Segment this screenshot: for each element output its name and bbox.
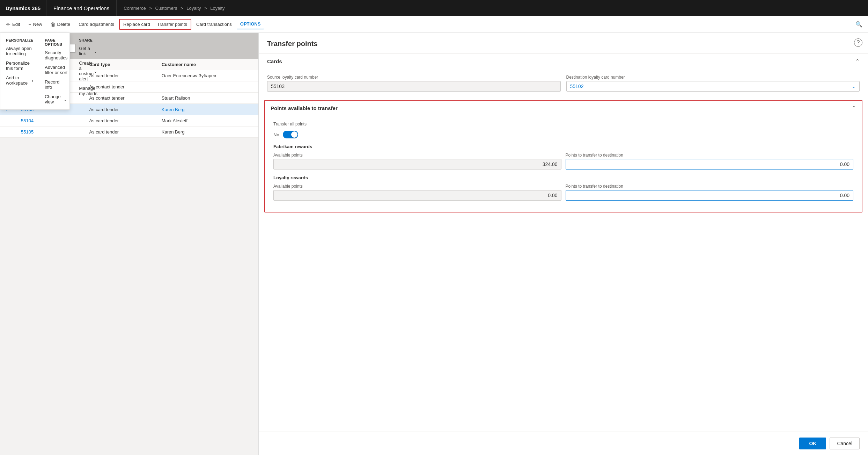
- cards-chevron-icon: ⌃: [855, 58, 860, 65]
- breadcrumb-loyalty2[interactable]: Loyalty: [210, 6, 225, 11]
- customer-name: Mark Alexieff: [156, 115, 258, 127]
- delete-icon: 🗑: [51, 22, 56, 27]
- get-a-link[interactable]: Get a link ⌄: [73, 44, 103, 58]
- points-section-header[interactable]: Points available to transfer ⌃: [265, 101, 862, 116]
- always-open-editing[interactable]: Always open for editing: [0, 44, 39, 58]
- points-chevron-icon: ⌃: [852, 105, 856, 111]
- cards-section-header[interactable]: Cards ⌃: [259, 54, 868, 69]
- record-info[interactable]: Record info: [39, 77, 73, 92]
- personalize-form[interactable]: Personalize this form: [0, 58, 39, 73]
- row-check[interactable]: [0, 127, 15, 138]
- source-card-label: Source loyalty card number: [267, 75, 561, 80]
- nav-brand: Dynamics 365 Finance and Operations: [0, 0, 117, 16]
- fabrikam-destination-label: Points to transfer to destination: [566, 153, 854, 158]
- breadcrumb-commerce[interactable]: Commerce: [124, 6, 146, 11]
- card-adjustments-button[interactable]: Card adjustments: [75, 20, 118, 29]
- row-check[interactable]: [0, 115, 15, 127]
- toggle-row: No: [273, 131, 853, 138]
- manage-alerts[interactable]: Manage my alerts: [73, 84, 103, 98]
- ok-button[interactable]: OK: [799, 438, 826, 449]
- advanced-filter[interactable]: Advanced filter or sort: [39, 63, 73, 77]
- brand-fo[interactable]: Finance and Operations: [46, 0, 117, 16]
- table-row[interactable]: 55105 As card tender Karen Berg: [0, 127, 258, 138]
- page-options-column: PAGE OPTIONS Security diagnostics Advanc…: [39, 33, 73, 109]
- toolbar: ✏ Edit + New 🗑 Delete Card adjustments R…: [0, 16, 868, 33]
- personalize-title: PERSONALIZE: [0, 36, 39, 44]
- card-type: As card tender: [83, 127, 156, 138]
- destination-card-field: Destination loyalty card number 55102 ⌄: [566, 75, 860, 92]
- transfer-points-button[interactable]: Transfer points: [154, 20, 191, 29]
- col-customer-name[interactable]: Customer name: [156, 59, 258, 70]
- source-card-field: Source loyalty card number 55103: [267, 75, 561, 92]
- right-panel: Transfer points ? Cards ⌃ Source loyalty…: [258, 33, 868, 455]
- fabrikam-available-group: Available points 324.00: [273, 153, 561, 169]
- create-custom-alert[interactable]: Create a custom alert ⌄: [73, 58, 103, 84]
- main-layout: LOYALTY CARDS 🔍 ✓ Card number ↑ Card typ…: [0, 33, 868, 455]
- cancel-button[interactable]: Cancel: [830, 438, 860, 449]
- fabrikam-title: Fabrikam rewards: [273, 144, 853, 149]
- dropdown-columns: PERSONALIZE Always open for editing Pers…: [0, 33, 69, 109]
- cards-grid: Source loyalty card number 55103 Destina…: [267, 75, 860, 92]
- toggle-knob: [291, 131, 297, 138]
- page-options-title: PAGE OPTIONS: [39, 36, 73, 48]
- fabrikam-destination-input[interactable]: [566, 159, 854, 169]
- chevron-down-icon-link: ⌄: [94, 49, 97, 54]
- brand-d365[interactable]: Dynamics 365: [0, 0, 46, 16]
- chevron-down-icon: ⌄: [64, 97, 67, 102]
- transfer-all-group: Transfer all points No: [273, 122, 853, 138]
- edit-button[interactable]: ✏ Edit: [3, 20, 23, 29]
- loyalty-title: Loyalty rewards: [273, 175, 853, 180]
- change-view[interactable]: Change view ⌄: [39, 92, 73, 107]
- points-section-body: Transfer all points No Fabrikam rewards: [265, 116, 862, 212]
- customer-name: Karen Berg: [156, 127, 258, 138]
- loyalty-destination-input[interactable]: [566, 190, 854, 201]
- customer-name: Олег Евгеньевич Зубарев: [156, 70, 258, 81]
- customer-name: Stuart Railson: [156, 93, 258, 104]
- cards-section-title: Cards: [267, 58, 282, 64]
- table-container: ✓ Card number ↑ Card type Customer name …: [0, 59, 258, 455]
- points-section-title: Points available to transfer: [271, 105, 338, 111]
- cards-section-body: Source loyalty card number 55103 Destina…: [259, 69, 868, 97]
- search-button[interactable]: 🔍: [853, 18, 865, 30]
- customer-name-link[interactable]: Karen Berg: [156, 104, 258, 115]
- loyalty-available-group: Available points 0.00: [273, 184, 561, 201]
- new-button[interactable]: + New: [25, 20, 45, 29]
- panel-title: Transfer points: [267, 40, 860, 48]
- transfer-all-label: Transfer all points: [273, 122, 853, 127]
- card-transactions-button[interactable]: Card transactions: [193, 20, 235, 29]
- security-diagnostics[interactable]: Security diagnostics: [39, 48, 73, 63]
- share-title: SHARE: [73, 36, 103, 44]
- chevron-right-icon: ›: [32, 78, 33, 83]
- edit-icon: ✏: [6, 22, 10, 27]
- top-nav: Dynamics 365 Finance and Operations Comm…: [0, 0, 868, 16]
- customer-name: [156, 81, 258, 93]
- delete-button[interactable]: 🗑 Delete: [47, 20, 74, 29]
- chevron-down-icon-alert: ⌄: [94, 68, 97, 74]
- loyalty-rewards-section: Loyalty rewards Available points 0.00 Po…: [273, 175, 853, 201]
- plus-icon: +: [28, 22, 31, 27]
- transfer-points-header: Transfer points ?: [259, 33, 868, 54]
- replace-card-button[interactable]: Replace card: [120, 20, 154, 29]
- card-id[interactable]: 55105: [15, 127, 83, 138]
- add-to-workspace[interactable]: Add to workspace ›: [0, 73, 39, 88]
- panel-body: Cards ⌃ Source loyalty card number 55103…: [259, 54, 868, 432]
- loyalty-available-value: 0.00: [273, 190, 561, 201]
- table-row[interactable]: 55104 As card tender Mark Alexieff: [0, 115, 258, 127]
- options-button[interactable]: OPTIONS: [237, 19, 264, 29]
- cards-section: Cards ⌃ Source loyalty card number 55103…: [259, 54, 868, 97]
- card-id[interactable]: 55104: [15, 115, 83, 127]
- breadcrumb-customers[interactable]: Customers: [155, 6, 177, 11]
- fabrikam-available-label: Available points: [273, 153, 561, 158]
- transfer-all-toggle[interactable]: [283, 131, 298, 138]
- breadcrumb-loyalty1[interactable]: Loyalty: [186, 6, 201, 11]
- destination-card-select[interactable]: 55102 ⌄: [566, 81, 860, 92]
- help-button[interactable]: ?: [854, 38, 862, 47]
- options-dropdown: PERSONALIZE Always open for editing Pers…: [0, 33, 70, 110]
- toggle-value-text: No: [273, 132, 279, 137]
- points-section: Points available to transfer ⌃ Transfer …: [264, 100, 862, 212]
- personalize-column: PERSONALIZE Always open for editing Pers…: [0, 33, 39, 109]
- outlined-replace-transfer-group: Replace card Transfer points: [119, 19, 191, 30]
- loyalty-points-grid: Available points 0.00 Points to transfer…: [273, 184, 853, 201]
- loyalty-destination-label: Points to transfer to destination: [566, 184, 854, 189]
- fabrikam-points-grid: Available points 324.00 Points to transf…: [273, 153, 853, 169]
